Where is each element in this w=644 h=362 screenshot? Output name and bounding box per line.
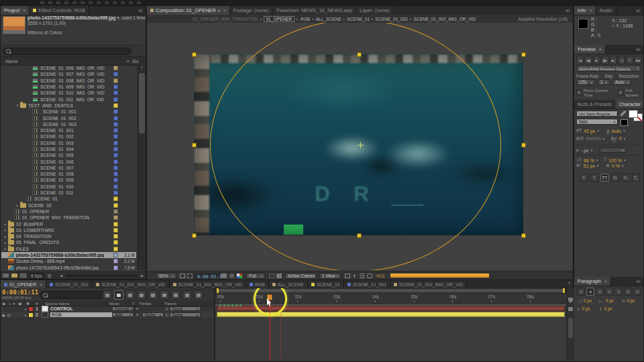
camera-view-dropdown[interactable]: Active Camera▾ — [285, 273, 316, 279]
label-color-chip[interactable] — [113, 97, 118, 102]
label-color-chip[interactable] — [113, 109, 118, 114]
play-button[interactable]: ▶ — [593, 56, 600, 64]
roi-icon[interactable] — [269, 274, 274, 278]
project-item[interactable]: SCENE_01_001 — [1, 127, 136, 133]
project-item[interactable]: ▸03_LOWERTHIRD — [1, 227, 136, 233]
project-item[interactable]: _SCENE_01_001 — [1, 109, 136, 115]
breadcrumb-item[interactable]: SCENE_01 — [347, 17, 370, 21]
align-center-button[interactable]: ≡ — [586, 288, 594, 296]
full-screen-checkbox[interactable] — [618, 90, 623, 95]
trash-icon[interactable] — [47, 274, 52, 278]
label-color-chip[interactable] — [113, 215, 118, 220]
project-item[interactable]: ▸04_TRANSITION — [1, 233, 136, 239]
layer-color-chip[interactable] — [28, 306, 34, 312]
bit-depth-button[interactable]: 8 bpc — [29, 273, 44, 279]
project-item[interactable]: SCENE_01_004 — [1, 146, 136, 152]
project-item[interactable]: ▸05_FINAL_CREDITS — [1, 239, 136, 245]
project-item[interactable]: SCENE_01_010 — [1, 184, 136, 190]
label-color-chip[interactable] — [113, 153, 118, 158]
selection-handle[interactable] — [192, 143, 197, 147]
viewer-tab-3[interactable]: Layer: (none) — [356, 6, 394, 15]
draft3d-toggle[interactable] — [125, 290, 135, 300]
t-checkbox[interactable] — [135, 306, 140, 311]
label-color-chip[interactable] — [113, 265, 118, 270]
tab-project[interactable]: Project × — [1, 6, 30, 15]
tab-preview[interactable]: Preview× — [574, 45, 606, 54]
project-item[interactable]: SCENE_01_008_IMG_OR_VID — [1, 78, 136, 84]
show-channel-icon[interactable] — [237, 274, 242, 278]
breadcrumb-item[interactable]: 01_OPENER_WIH_TRANSITON — [193, 17, 258, 21]
project-item[interactable]: photo-1432753759888-b30b2bdac995.jpg2,1 … — [1, 252, 136, 258]
label-color-chip[interactable] — [113, 253, 118, 257]
parent-dropdown[interactable]: None▾ — [170, 306, 201, 311]
panel-menu-icon[interactable]: ▾≡ — [563, 6, 573, 15]
project-item[interactable]: SCENE_01_005 — [1, 152, 136, 158]
camera-icon[interactable] — [568, 307, 573, 311]
brainstorm-button[interactable] — [171, 290, 180, 300]
align-left-button[interactable]: ≡ — [577, 288, 585, 296]
fast-previews-icon[interactable] — [352, 274, 357, 278]
project-item[interactable]: ▸SCENE_02 — [1, 202, 136, 208]
first-line-indent-field[interactable]: *≡0 px — [621, 298, 635, 303]
project-item[interactable]: _SCENE_01_003 — [1, 121, 136, 127]
from-current-time-checkbox[interactable] — [576, 90, 582, 95]
chevron-down-icon[interactable]: ▾ — [218, 9, 220, 13]
project-item[interactable]: SCENE_01_011 — [1, 190, 136, 196]
audio-on-icon[interactable]: ◁) — [6, 313, 10, 317]
layer-name[interactable]: RGB — [50, 312, 112, 317]
close-icon[interactable]: × — [40, 282, 42, 287]
justify-last-left-button[interactable]: ≡ — [605, 288, 613, 296]
justify-last-right-button[interactable]: ≡ — [624, 288, 632, 296]
project-item[interactable]: ▸02_BUMPER — [1, 221, 136, 227]
tab-character[interactable]: Character× — [615, 100, 643, 109]
label-color-chip[interactable] — [113, 147, 118, 152]
kerning-value[interactable]: Metrics — [586, 136, 601, 141]
label-color-chip[interactable] — [113, 78, 118, 83]
auto-keyframe-toggle[interactable] — [182, 290, 192, 300]
column-size[interactable]: Siz — [129, 59, 146, 64]
selection-handle[interactable] — [192, 52, 197, 57]
eye-icon[interactable]: ◉ — [1, 301, 7, 306]
project-item[interactable]: Scuba Diving - 888.mp42,2 M — [1, 258, 136, 264]
timeline-tab-7[interactable]: SCENE_01_002 — [344, 280, 390, 288]
layer-name[interactable]: CONTROL — [50, 306, 112, 311]
timeline-tab-4[interactable]: RGB — [246, 280, 269, 288]
audio-icon[interactable]: ◁ — [7, 301, 13, 306]
tsume-value[interactable]: 0 % — [612, 164, 620, 168]
preview-resolution-dropdown[interactable]: Auto▾ — [612, 79, 631, 85]
viewer-tab-2[interactable]: Flowchart: NEWS_16_NEWS.aep — [273, 6, 356, 15]
resolution-dropdown[interactable]: Full▾ — [246, 273, 265, 279]
column-mode[interactable]: Mode — [109, 302, 132, 306]
label-color-chip[interactable] — [113, 66, 118, 70]
eye-icon[interactable]: ◉ — [2, 313, 5, 317]
ram-preview-button[interactable]: ▶▶ — [635, 56, 642, 64]
project-item[interactable]: ▾TEXT_AND_DEATILS — [1, 103, 136, 109]
right-indent-field[interactable]: |←0 px — [599, 298, 614, 303]
project-item[interactable]: SCENE_01_002 — [1, 133, 136, 139]
parent-dropdown[interactable]: None▾ — [170, 312, 201, 317]
horizontal-scale-value[interactable]: 100 % — [608, 158, 622, 163]
timeline-tab-0[interactable]: 01_OPENER× — [1, 280, 46, 288]
motion-blur-toggle[interactable] — [160, 290, 169, 300]
frame-blend-toggle[interactable] — [148, 290, 158, 300]
eyedropper-icon[interactable] — [621, 111, 626, 116]
loop-toggle[interactable]: ↻ — [626, 56, 633, 64]
column-trkmat[interactable]: TrkMat — [139, 302, 164, 306]
comp-mini-flowchart-button[interactable] — [103, 290, 112, 300]
twirl-icon[interactable]: ▸ — [23, 307, 28, 311]
twirl-icon[interactable]: ▸ — [3, 241, 8, 245]
layer-row[interactable]: ◉◁)▸2RGBAdd▾None▾⊙None▾ — [1, 312, 215, 318]
new-folder-icon[interactable] — [11, 274, 17, 278]
font-style-dropdown[interactable]: Italic▾ — [576, 119, 618, 125]
selection-handle[interactable] — [192, 233, 197, 238]
audio-toggle[interactable]: ◁) — [618, 56, 625, 64]
prev-frame-button[interactable]: ◀▮ — [584, 56, 592, 64]
label-color-chip[interactable] — [113, 222, 118, 227]
space-after-field[interactable]: ↧0 px — [599, 306, 612, 311]
project-item[interactable]: SCENE_01_010_IMG_OR_VID — [1, 90, 136, 96]
hide-shy-toggle[interactable] — [137, 290, 146, 300]
layer-row[interactable]: ▸1CONTROLNormal▾⊙None▾ — [1, 306, 215, 312]
project-item[interactable]: _SCENE_01_002 — [1, 115, 136, 121]
selection-handle[interactable] — [521, 143, 526, 147]
label-color-chip[interactable] — [113, 141, 118, 145]
